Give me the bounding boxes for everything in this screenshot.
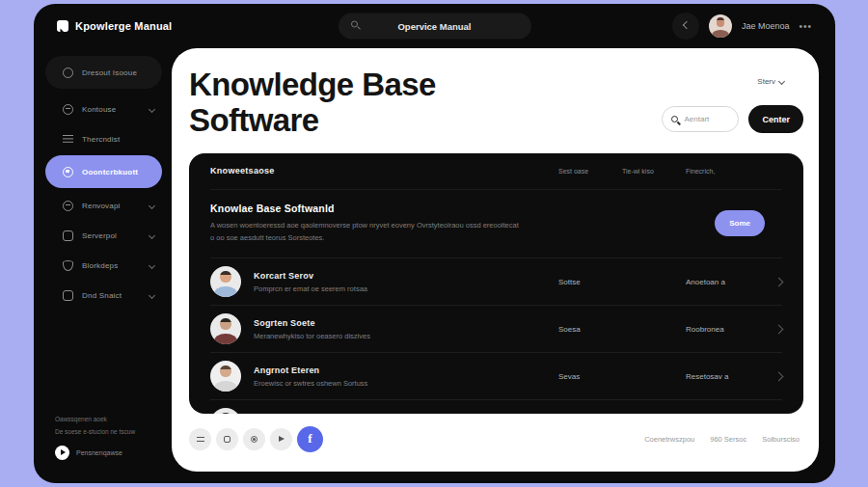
row-avatar <box>210 266 241 297</box>
sidebar-footer: Oawssqenen aoek De soese e-stucion ne ts… <box>55 414 161 460</box>
sidebar-footer-line1: Oawssqenen aoek <box>55 414 161 425</box>
chevron-right-icon <box>774 277 784 286</box>
page-title-line1: Knowledge Base <box>189 68 436 103</box>
menu-icon <box>63 135 73 144</box>
row-status: Soesa <box>558 325 622 334</box>
footer-link[interactable]: Coenetrwszpou <box>644 435 694 444</box>
sidebar-item-1[interactable]: Kontouse <box>45 95 162 123</box>
app-body: Dresout Isooue Kontouse Thercndist Ooont… <box>34 48 835 483</box>
user-avatar[interactable] <box>709 14 732 38</box>
sidebar-item-4[interactable]: Renvovapi <box>45 191 162 220</box>
some-button[interactable]: Some <box>715 210 765 236</box>
shield-icon <box>63 260 73 271</box>
chevron-down-icon <box>149 291 155 298</box>
square-icon <box>63 230 73 241</box>
play-label: Pensnenqawse <box>76 449 122 456</box>
row-name: Sogrten Soete <box>254 318 370 328</box>
logo-icon <box>57 20 68 32</box>
page-title: Knowledge Base Software <box>189 68 436 139</box>
row-detail: Anoetoan a <box>686 278 767 286</box>
header-actions: Sterv Center <box>662 68 803 139</box>
list-intro-text: Knowlae Base Softwanld A wosen woentoere… <box>210 203 519 244</box>
list-header: Knoweetsaose Sest oase Tie-wi kiso Finec… <box>210 153 782 190</box>
sidebar-item-6[interactable]: Blorkdeps <box>45 251 162 280</box>
footer-link[interactable]: 960 Sersoc <box>710 435 746 444</box>
sidebar-item-0[interactable]: Dresout Isooue <box>45 56 162 89</box>
intro-description-line2: o oo soe aesdutt teorus Sorsteotes. <box>210 231 519 244</box>
logo-text: Kpowlerge Manual <box>75 20 172 32</box>
row-status: Sottse <box>558 278 622 286</box>
sidebar-item-2[interactable]: Thercndist <box>45 124 162 153</box>
row-avatar <box>210 313 241 344</box>
search-row: Center <box>662 105 803 133</box>
list-item[interactable]: Korcart Serov Pomprcn er emat oe seerem … <box>210 257 782 305</box>
sort-dropdown[interactable]: Sterv <box>757 77 784 86</box>
row-avatar <box>210 408 241 414</box>
top-right-group: Jae Moenoa ••• <box>672 13 812 40</box>
footer-link[interactable]: Soibursciso <box>762 435 800 444</box>
row-detail: Resetosav a <box>686 372 767 381</box>
row-avatar <box>210 361 241 392</box>
search-icon <box>671 116 678 122</box>
global-search[interactable]: Opervice Manual <box>339 14 531 40</box>
target-icon <box>63 167 73 177</box>
chevron-down-icon <box>149 231 155 238</box>
page-title-line2: Software <box>189 103 436 139</box>
column-header: Tie-wi kiso <box>622 168 686 175</box>
chevron-right-icon <box>774 324 784 334</box>
chevron-down-icon <box>778 78 785 85</box>
more-menu-button[interactable]: ••• <box>799 21 812 32</box>
intro-title: Knowlae Base Softwanld <box>210 203 519 214</box>
knowledge-list-panel: Knoweetsaose Sest oase Tie-wi kiso Finec… <box>189 153 803 414</box>
camera-icon <box>251 436 258 443</box>
search-input[interactable] <box>684 115 729 123</box>
sidebar: Dresout Isooue Kontouse Thercndist Ooont… <box>34 48 172 483</box>
intro-description-line1: A wosen woentoeressd aoe qaolemnoverse p… <box>210 219 519 231</box>
chevron-right-icon <box>774 371 784 381</box>
frame-icon <box>224 436 231 443</box>
row-name: Angrnot Eteren <box>254 365 367 375</box>
sidebar-item-3-active[interactable]: Ooontcrbkuott <box>45 155 162 188</box>
list-item[interactable]: Sogrten Soete Meranewhykiso tor oeasero … <box>210 305 782 352</box>
circle-minus-icon <box>63 201 73 211</box>
content-panel: Knowledge Base Software Sterv <box>172 48 819 472</box>
sort-label: Sterv <box>757 77 775 86</box>
user-name: Jae Moenoa <box>742 21 790 31</box>
list-item[interactable]: Angrnot Eteren Eroewisc or swtres oshewn… <box>210 352 782 399</box>
chevron-left-icon <box>683 21 691 29</box>
sidebar-footer-line2: De soese e-stucion ne tscuw <box>55 426 161 438</box>
frame-social-button[interactable] <box>216 428 238 450</box>
app-window: Kpowlerge Manual Opervice Manual Jae Moe… <box>34 4 835 483</box>
center-button[interactable]: Center <box>748 105 803 133</box>
global-search-text: Opervice Manual <box>397 21 471 32</box>
send-icon <box>279 436 285 442</box>
row-name: Korcart Serov <box>254 271 367 281</box>
content-header: Knowledge Base Software Sterv <box>189 68 803 139</box>
play-icon <box>55 446 69 460</box>
sidebar-item-5[interactable]: Serverpol <box>45 221 162 250</box>
top-bar: Kpowlerge Manual Opervice Manual Jae Moe… <box>34 4 835 48</box>
square-icon <box>63 290 73 301</box>
list-intro: Knowlae Base Softwanld A wosen woentoere… <box>210 190 782 257</box>
circle-minus-icon <box>63 104 73 115</box>
column-header: Finecrich, <box>686 168 767 175</box>
menu-social-button[interactable] <box>189 428 211 450</box>
menu-icon <box>197 437 204 442</box>
content-search[interactable] <box>662 106 739 132</box>
circle-icon <box>63 68 73 78</box>
facebook-button[interactable]: f <box>297 426 323 452</box>
list-item[interactable]: Kocuyan Aorne <box>210 399 782 414</box>
app-logo[interactable]: Kpowlerge Manual <box>57 20 172 32</box>
social-links: f <box>189 426 323 452</box>
row-status: Sevas <box>558 372 622 381</box>
tutorial-play-row[interactable]: Pensnenqawse <box>55 446 161 460</box>
sidebar-item-7[interactable]: Dnd Snaict <box>45 281 162 310</box>
back-button[interactable] <box>672 13 699 40</box>
camera-social-button[interactable] <box>243 428 265 450</box>
chevron-down-icon <box>149 261 155 268</box>
page-background: Kpowlerge Manual Opervice Manual Jae Moe… <box>0 0 868 487</box>
footer-links: Coenetrwszpou 960 Sersoc Soibursciso <box>644 435 800 444</box>
row-detail: Roobronea <box>686 325 767 334</box>
column-header: Sest oase <box>558 168 622 175</box>
send-social-button[interactable] <box>270 428 292 450</box>
